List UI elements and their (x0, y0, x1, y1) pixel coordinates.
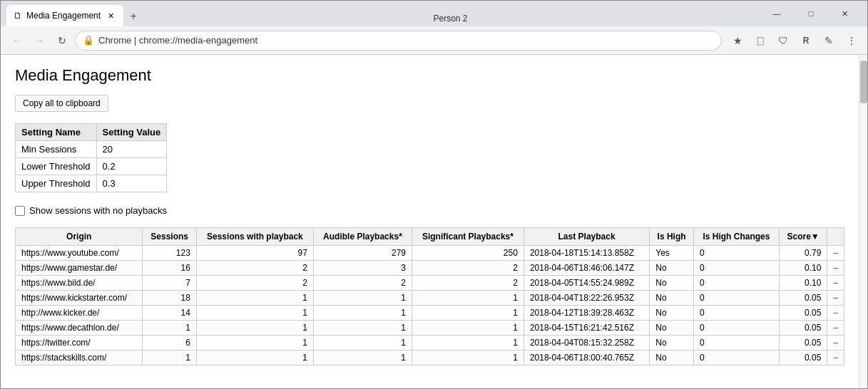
data-col-header-5[interactable]: Last Playback (524, 228, 649, 246)
maximize-button[interactable]: □ (795, 4, 827, 24)
table-cell-4-3: 1 (313, 306, 412, 321)
settings-name-cell: Upper Threshold (16, 175, 97, 192)
nav-bar: ← → ↻ 🔒 Chrome | chrome://media-engageme… (1, 26, 867, 55)
table-cell-4-8: 0.05 (779, 306, 827, 321)
data-table: OriginSessionsSessions with playbackAudi… (15, 227, 844, 365)
table-cell-4-2: 1 (196, 306, 313, 321)
settings-table: Setting Name Setting Value Min Sessions2… (15, 123, 167, 192)
table-cell-5-8: 0.05 (779, 321, 827, 336)
table-cell-7-0: https://stackskills.com/ (16, 351, 143, 365)
address-bar[interactable]: 🔒 Chrome | chrome://media-engagement (75, 31, 722, 51)
row-action-button[interactable]: – (827, 351, 844, 365)
settings-row: Lower Threshold0.2 (16, 158, 167, 175)
table-cell-3-7: 0 (693, 291, 779, 306)
table-cell-4-4: 1 (412, 306, 524, 321)
menu-button[interactable]: ⋮ (842, 31, 862, 51)
table-cell-3-0: https://www.kickstarter.com/ (16, 291, 143, 306)
back-button[interactable]: ← (6, 31, 26, 51)
data-col-header-7[interactable]: Is High Changes (693, 228, 779, 246)
table-cell-6-7: 0 (693, 336, 779, 351)
tab-favicon: 🗋 (14, 11, 22, 21)
table-cell-3-2: 1 (196, 291, 313, 306)
settings-value-cell: 0.3 (96, 175, 167, 192)
table-cell-3-8: 0.05 (779, 291, 827, 306)
shield-icon-btn[interactable]: 🛡 (773, 31, 793, 51)
data-col-action (827, 228, 844, 246)
row-action-button[interactable]: – (827, 336, 844, 351)
edit-icon-btn[interactable]: ✎ (819, 31, 839, 51)
new-tab-button[interactable]: + (123, 6, 143, 26)
row-action-button[interactable]: – (827, 321, 844, 336)
url-display: Chrome | chrome://media-engagement (98, 35, 714, 46)
table-cell-2-3: 2 (313, 276, 412, 291)
extension-button[interactable]: R (796, 31, 816, 51)
scrollbar[interactable] (859, 55, 867, 388)
table-cell-5-3: 1 (313, 321, 412, 336)
person-label: Person 2 (434, 14, 468, 26)
table-cell-2-8: 0.10 (779, 276, 827, 291)
table-cell-3-6: No (650, 291, 694, 306)
data-col-header-4[interactable]: Significant Playbacks* (412, 228, 524, 246)
table-row: https://stackskills.com/11112018-04-06T1… (16, 351, 844, 365)
row-action-button[interactable]: – (827, 276, 844, 291)
settings-row: Min Sessions20 (16, 141, 167, 158)
data-col-header-2[interactable]: Sessions with playback (196, 228, 313, 246)
no-playbacks-checkbox[interactable] (15, 206, 25, 216)
row-action-button[interactable]: – (827, 261, 844, 276)
copy-to-clipboard-button[interactable]: Copy all to clipboard (15, 95, 108, 112)
main-content: Media Engagement Copy all to clipboard S… (1, 55, 867, 388)
table-cell-7-1: 1 (143, 351, 196, 365)
settings-value-cell: 20 (96, 141, 167, 158)
table-cell-2-5: 2018-04-05T14:55:24.989Z (524, 276, 649, 291)
nav-icons: ★ ⎕ 🛡 R ✎ ⋮ (727, 31, 862, 51)
table-cell-5-2: 1 (196, 321, 313, 336)
table-row: https://www.gamestar.de/162322018-04-06T… (16, 261, 844, 276)
table-cell-6-6: No (650, 336, 694, 351)
table-cell-6-1: 6 (143, 336, 196, 351)
table-cell-1-5: 2018-04-06T18:46:06.147Z (524, 261, 649, 276)
data-col-header-6[interactable]: Is High (650, 228, 694, 246)
table-cell-2-7: 0 (693, 276, 779, 291)
table-cell-1-2: 2 (196, 261, 313, 276)
table-cell-4-7: 0 (693, 306, 779, 321)
table-row: https://www.kickstarter.com/181112018-04… (16, 291, 844, 306)
table-cell-7-8: 0.05 (779, 351, 827, 365)
table-cell-5-7: 0 (693, 321, 779, 336)
table-cell-1-8: 0.10 (779, 261, 827, 276)
table-cell-6-3: 1 (313, 336, 412, 351)
minimize-button[interactable]: ― (760, 4, 793, 24)
data-col-header-3[interactable]: Audible Playbacks* (313, 228, 412, 246)
table-cell-6-8: 0.05 (779, 336, 827, 351)
row-action-button[interactable]: – (827, 291, 844, 306)
reload-button[interactable]: ↻ (52, 31, 72, 51)
table-row: https://www.decathlon.de/11112018-04-15T… (16, 321, 844, 336)
tab-close-button[interactable]: ✕ (105, 10, 116, 21)
data-col-header-8[interactable]: Score▼ (779, 228, 827, 246)
data-col-header-1[interactable]: Sessions (143, 228, 196, 246)
close-button[interactable]: ✕ (829, 4, 862, 24)
table-row: https://www.youtube.com/123972792502018-… (16, 246, 844, 261)
table-cell-0-6: Yes (650, 246, 694, 261)
no-playbacks-label: Show sessions with no playbacks (29, 205, 167, 216)
table-cell-5-1: 1 (143, 321, 196, 336)
table-cell-3-3: 1 (313, 291, 412, 306)
table-cell-3-4: 1 (412, 291, 524, 306)
table-cell-4-0: http://www.kicker.de/ (16, 306, 143, 321)
title-bar: 🗋 Media Engagement ✕ + Person 2 ― □ ✕ (1, 1, 867, 26)
active-tab[interactable]: 🗋 Media Engagement ✕ (6, 5, 123, 26)
bookmark-button[interactable]: ★ (727, 31, 747, 51)
forward-button[interactable]: → (29, 31, 49, 51)
cast-button[interactable]: ⎕ (750, 31, 770, 51)
data-table-wrapper: OriginSessionsSessions with playbackAudi… (15, 227, 844, 365)
table-cell-2-1: 7 (143, 276, 196, 291)
settings-name-cell: Lower Threshold (16, 158, 97, 175)
table-cell-7-5: 2018-04-06T18:00:40.765Z (524, 351, 649, 365)
data-col-header-0[interactable]: Origin (16, 228, 143, 246)
row-action-button[interactable]: – (827, 246, 844, 261)
table-cell-5-5: 2018-04-15T16:21:42.516Z (524, 321, 649, 336)
checkbox-row: Show sessions with no playbacks (15, 205, 844, 216)
table-cell-4-1: 14 (143, 306, 196, 321)
row-action-button[interactable]: – (827, 306, 844, 321)
table-cell-0-7: 0 (693, 246, 779, 261)
table-cell-0-0: https://www.youtube.com/ (16, 246, 143, 261)
